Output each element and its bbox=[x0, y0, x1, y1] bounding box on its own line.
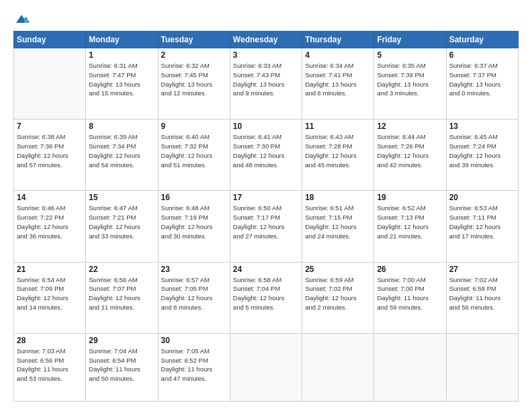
day-info: Sunrise: 6:35 AM Sunset: 7:39 PM Dayligh… bbox=[377, 61, 443, 98]
day-info: Sunrise: 6:43 AM Sunset: 7:28 PM Dayligh… bbox=[305, 132, 371, 169]
table-row: 8Sunrise: 6:39 AM Sunset: 7:34 PM Daylig… bbox=[86, 120, 158, 191]
day-number: 18 bbox=[305, 193, 371, 202]
day-number: 30 bbox=[161, 336, 227, 345]
logo bbox=[13, 12, 30, 24]
day-number: 11 bbox=[305, 122, 371, 131]
day-number: 7 bbox=[17, 122, 83, 131]
day-number: 4 bbox=[305, 50, 371, 60]
col-saturday: Saturday bbox=[446, 32, 518, 48]
table-row: 6Sunrise: 6:37 AM Sunset: 7:37 PM Daylig… bbox=[446, 48, 518, 120]
day-info: Sunrise: 7:00 AM Sunset: 7:00 PM Dayligh… bbox=[377, 275, 443, 312]
table-row: 18Sunrise: 6:51 AM Sunset: 7:15 PM Dayli… bbox=[302, 191, 374, 262]
day-number: 22 bbox=[89, 265, 154, 274]
col-wednesday: Wednesday bbox=[230, 32, 302, 48]
day-number: 14 bbox=[17, 193, 83, 202]
col-tuesday: Tuesday bbox=[158, 32, 230, 48]
table-row: 7Sunrise: 6:38 AM Sunset: 7:36 PM Daylig… bbox=[14, 120, 86, 191]
day-number: 27 bbox=[449, 265, 515, 274]
page: Sunday Monday Tuesday Wednesday Thursday… bbox=[0, 0, 532, 411]
col-sunday: Sunday bbox=[14, 32, 86, 48]
day-number: 1 bbox=[89, 50, 154, 60]
day-number: 28 bbox=[17, 336, 83, 345]
table-row: 26Sunrise: 7:00 AM Sunset: 7:00 PM Dayli… bbox=[374, 262, 446, 333]
day-number: 29 bbox=[89, 336, 154, 345]
day-number: 19 bbox=[377, 193, 443, 202]
table-row: 22Sunrise: 6:56 AM Sunset: 7:07 PM Dayli… bbox=[86, 262, 158, 333]
day-number: 16 bbox=[161, 193, 227, 202]
table-row: 28Sunrise: 7:03 AM Sunset: 6:56 PM Dayli… bbox=[14, 333, 86, 401]
table-row: 14Sunrise: 6:46 AM Sunset: 7:22 PM Dayli… bbox=[14, 191, 86, 262]
table-row: 9Sunrise: 6:40 AM Sunset: 7:32 PM Daylig… bbox=[158, 120, 230, 191]
day-number: 25 bbox=[305, 265, 371, 274]
table-row: 2Sunrise: 6:32 AM Sunset: 7:45 PM Daylig… bbox=[158, 48, 230, 120]
day-info: Sunrise: 6:50 AM Sunset: 7:17 PM Dayligh… bbox=[233, 203, 299, 240]
day-number: 12 bbox=[377, 122, 443, 131]
day-number: 15 bbox=[89, 193, 154, 202]
table-row: 29Sunrise: 7:04 AM Sunset: 6:54 PM Dayli… bbox=[86, 333, 158, 401]
table-row: 12Sunrise: 6:44 AM Sunset: 7:26 PM Dayli… bbox=[374, 120, 446, 191]
logo-icon bbox=[15, 12, 30, 24]
table-row bbox=[230, 333, 302, 401]
day-number: 26 bbox=[377, 265, 443, 274]
table-row bbox=[302, 333, 374, 401]
day-info: Sunrise: 7:02 AM Sunset: 6:58 PM Dayligh… bbox=[449, 275, 515, 312]
table-row: 11Sunrise: 6:43 AM Sunset: 7:28 PM Dayli… bbox=[302, 120, 374, 191]
day-info: Sunrise: 7:04 AM Sunset: 6:54 PM Dayligh… bbox=[89, 347, 154, 383]
day-info: Sunrise: 6:53 AM Sunset: 7:11 PM Dayligh… bbox=[449, 203, 515, 240]
table-row: 20Sunrise: 6:53 AM Sunset: 7:11 PM Dayli… bbox=[446, 191, 518, 262]
table-row bbox=[446, 333, 518, 401]
day-number: 6 bbox=[449, 50, 515, 60]
day-info: Sunrise: 6:44 AM Sunset: 7:26 PM Dayligh… bbox=[377, 132, 443, 169]
table-row: 5Sunrise: 6:35 AM Sunset: 7:39 PM Daylig… bbox=[374, 48, 446, 120]
table-row: 27Sunrise: 7:02 AM Sunset: 6:58 PM Dayli… bbox=[446, 262, 518, 333]
day-info: Sunrise: 6:48 AM Sunset: 7:19 PM Dayligh… bbox=[161, 203, 227, 240]
col-thursday: Thursday bbox=[302, 32, 374, 48]
day-number: 10 bbox=[233, 122, 299, 131]
day-number: 20 bbox=[449, 193, 515, 202]
day-info: Sunrise: 6:40 AM Sunset: 7:32 PM Dayligh… bbox=[161, 132, 227, 169]
day-info: Sunrise: 6:38 AM Sunset: 7:36 PM Dayligh… bbox=[17, 132, 83, 169]
day-number: 21 bbox=[17, 265, 83, 274]
day-number: 8 bbox=[89, 122, 154, 131]
day-info: Sunrise: 6:34 AM Sunset: 7:41 PM Dayligh… bbox=[305, 61, 371, 98]
table-row: 16Sunrise: 6:48 AM Sunset: 7:19 PM Dayli… bbox=[158, 191, 230, 262]
table-row: 3Sunrise: 6:33 AM Sunset: 7:43 PM Daylig… bbox=[230, 48, 302, 120]
day-number: 17 bbox=[233, 193, 299, 202]
table-row: 13Sunrise: 6:45 AM Sunset: 7:24 PM Dayli… bbox=[446, 120, 518, 191]
table-row: 21Sunrise: 6:54 AM Sunset: 7:09 PM Dayli… bbox=[14, 262, 86, 333]
day-info: Sunrise: 6:56 AM Sunset: 7:07 PM Dayligh… bbox=[89, 275, 154, 312]
day-info: Sunrise: 6:46 AM Sunset: 7:22 PM Dayligh… bbox=[17, 203, 83, 240]
day-info: Sunrise: 7:03 AM Sunset: 6:56 PM Dayligh… bbox=[17, 347, 83, 383]
table-row: 4Sunrise: 6:34 AM Sunset: 7:41 PM Daylig… bbox=[302, 48, 374, 120]
day-number: 24 bbox=[233, 265, 299, 274]
calendar-table: Sunday Monday Tuesday Wednesday Thursday… bbox=[13, 31, 519, 402]
day-info: Sunrise: 7:05 AM Sunset: 6:52 PM Dayligh… bbox=[161, 347, 227, 383]
day-info: Sunrise: 6:52 AM Sunset: 7:13 PM Dayligh… bbox=[377, 203, 443, 240]
table-row: 24Sunrise: 6:58 AM Sunset: 7:04 PM Dayli… bbox=[230, 262, 302, 333]
day-info: Sunrise: 6:37 AM Sunset: 7:37 PM Dayligh… bbox=[449, 61, 515, 98]
day-info: Sunrise: 6:31 AM Sunset: 7:47 PM Dayligh… bbox=[89, 61, 154, 98]
col-friday: Friday bbox=[374, 32, 446, 48]
day-info: Sunrise: 6:39 AM Sunset: 7:34 PM Dayligh… bbox=[89, 132, 154, 169]
day-info: Sunrise: 6:41 AM Sunset: 7:30 PM Dayligh… bbox=[233, 132, 299, 169]
day-number: 3 bbox=[233, 50, 299, 60]
day-info: Sunrise: 6:57 AM Sunset: 7:05 PM Dayligh… bbox=[161, 275, 227, 312]
logo-text bbox=[13, 12, 30, 24]
day-number: 5 bbox=[377, 50, 443, 60]
table-row: 19Sunrise: 6:52 AM Sunset: 7:13 PM Dayli… bbox=[374, 191, 446, 262]
day-info: Sunrise: 6:51 AM Sunset: 7:15 PM Dayligh… bbox=[305, 203, 371, 240]
table-row: 30Sunrise: 7:05 AM Sunset: 6:52 PM Dayli… bbox=[158, 333, 230, 401]
table-row: 10Sunrise: 6:41 AM Sunset: 7:30 PM Dayli… bbox=[230, 120, 302, 191]
table-row: 1Sunrise: 6:31 AM Sunset: 7:47 PM Daylig… bbox=[86, 48, 158, 120]
table-row: 15Sunrise: 6:47 AM Sunset: 7:21 PM Dayli… bbox=[86, 191, 158, 262]
col-monday: Monday bbox=[86, 32, 158, 48]
table-row bbox=[374, 333, 446, 401]
day-info: Sunrise: 6:59 AM Sunset: 7:02 PM Dayligh… bbox=[305, 275, 371, 312]
table-row: 17Sunrise: 6:50 AM Sunset: 7:17 PM Dayli… bbox=[230, 191, 302, 262]
day-info: Sunrise: 6:58 AM Sunset: 7:04 PM Dayligh… bbox=[233, 275, 299, 312]
day-number: 13 bbox=[449, 122, 515, 131]
table-row bbox=[14, 48, 86, 120]
day-info: Sunrise: 6:54 AM Sunset: 7:09 PM Dayligh… bbox=[17, 275, 83, 312]
day-number: 9 bbox=[161, 122, 227, 131]
day-info: Sunrise: 6:32 AM Sunset: 7:45 PM Dayligh… bbox=[161, 61, 227, 98]
